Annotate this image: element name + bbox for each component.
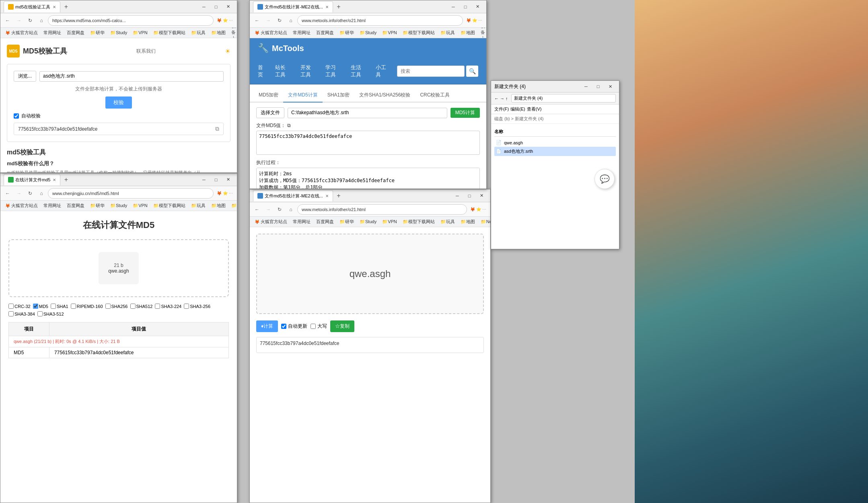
forward-btn-2[interactable]: → bbox=[263, 16, 273, 25]
cb-sha3-224[interactable]: SHA3-224 bbox=[155, 304, 181, 309]
cb-crc32[interactable]: CRC-32 bbox=[8, 304, 31, 309]
tab-file-sha1[interactable]: 文件SHA1/SHA256校验 bbox=[354, 88, 415, 103]
close-btn-1[interactable]: ✕ bbox=[222, 3, 234, 11]
drop-area-large[interactable]: qwe.asgh bbox=[256, 234, 484, 314]
bm3-common[interactable]: 常用网址 bbox=[41, 202, 64, 209]
bm4-baidu[interactable]: 百度网盘 bbox=[314, 218, 336, 226]
minimize-btn-3[interactable]: ─ bbox=[198, 176, 210, 184]
nav-dev[interactable]: 开发工具 bbox=[300, 62, 316, 80]
tab-crc[interactable]: CRC校验工具 bbox=[415, 88, 455, 103]
bm3-model[interactable]: 📁模型下载网站 bbox=[151, 202, 188, 209]
mctools-search-btn[interactable]: 🔍 bbox=[466, 66, 478, 77]
nav-home[interactable]: 首页 bbox=[258, 62, 265, 80]
menu-edit[interactable]: 编辑(E) bbox=[510, 106, 525, 112]
minimize-btn-4[interactable]: ─ bbox=[452, 192, 463, 200]
md5-calc-btn[interactable]: MD5计算 bbox=[450, 108, 480, 118]
url-input-2[interactable] bbox=[297, 15, 463, 26]
close-btn-4[interactable]: ✕ bbox=[476, 192, 487, 200]
contact-link[interactable]: 联系我们 bbox=[136, 48, 156, 55]
bm3-huhu[interactable]: 🦊火狐官方站点 bbox=[3, 202, 40, 209]
bm4-common[interactable]: 常用网址 bbox=[290, 218, 313, 226]
auto-check-checkbox[interactable] bbox=[14, 113, 19, 119]
bm-study[interactable]: 📁Study bbox=[108, 29, 130, 36]
bm-huhu[interactable]: 🦊火狐官方站点 bbox=[3, 29, 40, 37]
uppercase-checkbox[interactable] bbox=[311, 324, 316, 329]
home-btn-2[interactable]: ⌂ bbox=[286, 16, 296, 25]
forward-btn-3[interactable]: → bbox=[14, 189, 24, 198]
close-btn-2[interactable]: ✕ bbox=[472, 3, 483, 11]
minimize-btn-1[interactable]: ─ bbox=[198, 3, 210, 11]
back-btn-2[interactable]: ← bbox=[252, 16, 262, 25]
auto-update-checkbox[interactable] bbox=[281, 324, 286, 329]
menu-file[interactable]: 文件(F) bbox=[494, 106, 509, 112]
drop-zone[interactable]: 21 b qwe.asgh bbox=[8, 239, 229, 297]
home-btn-1[interactable]: ⌂ bbox=[37, 16, 46, 25]
new-tab-btn-1[interactable]: + bbox=[60, 1, 72, 12]
bm3-vpn[interactable]: 📁VPN bbox=[130, 202, 150, 209]
refresh-btn-3[interactable]: ↻ bbox=[25, 189, 35, 198]
new-tab-btn-2[interactable]: + bbox=[333, 1, 344, 12]
bm4-toys[interactable]: 📁玩具 bbox=[438, 218, 457, 226]
bm-model[interactable]: 📁模型下载网站 bbox=[151, 29, 188, 37]
tab-sha1-encrypt[interactable]: SHA1加密 bbox=[323, 88, 354, 103]
bm-toys[interactable]: 📁玩具 bbox=[189, 29, 208, 37]
refresh-btn-4[interactable]: ↻ bbox=[275, 205, 284, 214]
select-file-btn[interactable]: 选择文件 bbox=[256, 107, 284, 118]
file-path-input[interactable] bbox=[288, 108, 447, 118]
cb-md5[interactable]: MD5 bbox=[33, 304, 48, 309]
cb-ripemd[interactable]: RIPEMD-160 bbox=[71, 304, 103, 309]
file-item-qwe[interactable]: 📄 qwe.asgh bbox=[494, 138, 616, 147]
bm3-map[interactable]: 📁地图 bbox=[209, 202, 228, 209]
url-input-1[interactable] bbox=[48, 15, 214, 26]
tab-calc-md5[interactable]: 在线计算文件md5 ✕ bbox=[4, 174, 60, 185]
refresh-btn-1[interactable]: ↻ bbox=[25, 16, 35, 25]
explorer-maximize[interactable]: □ bbox=[592, 82, 604, 90]
bm-yanhua[interactable]: 📁研华 bbox=[88, 29, 107, 37]
copy-result-btn[interactable]: ☆复制 bbox=[330, 320, 354, 332]
bm3-yanhua[interactable]: 📁研华 bbox=[88, 202, 107, 209]
md5-result-textarea[interactable]: 775615fcc33b797a4dc0e51fdeefafce bbox=[256, 131, 480, 155]
bm4-news[interactable]: 📁News bbox=[478, 218, 490, 225]
nav-learn[interactable]: 学习工具 bbox=[325, 62, 341, 80]
maximize-btn-3[interactable]: □ bbox=[210, 176, 222, 184]
bm4-yanhua[interactable]: 📁研华 bbox=[337, 218, 356, 226]
nav-life[interactable]: 生活工具 bbox=[351, 62, 366, 80]
auto-update-label[interactable]: 自动更新 bbox=[281, 323, 307, 330]
bm2-vpn[interactable]: 📁VPN bbox=[380, 29, 399, 36]
explorer-minimize[interactable]: ─ bbox=[580, 82, 592, 90]
back-btn-3[interactable]: ← bbox=[3, 189, 12, 198]
forward-btn-1[interactable]: → bbox=[14, 16, 24, 25]
bm-common[interactable]: 常用网址 bbox=[41, 29, 64, 37]
bm2-map[interactable]: 📁地图 bbox=[458, 29, 477, 37]
verify-button[interactable]: 校验 bbox=[105, 96, 132, 109]
bm2-common[interactable]: 常用网址 bbox=[290, 29, 313, 37]
minimize-btn-2[interactable]: ─ bbox=[448, 3, 459, 11]
tab-file-md5[interactable]: 文件MD5计算 bbox=[283, 88, 322, 103]
tab-md5-checker[interactable]: md5在线验证工具 ✕ bbox=[4, 1, 60, 12]
maximize-btn-2[interactable]: □ bbox=[460, 3, 471, 11]
chat-bubble[interactable]: 💬 bbox=[594, 169, 615, 189]
tab-mctools[interactable]: 文件md5在线计算-ME2在线... ✕ bbox=[253, 1, 333, 12]
cb-sha256[interactable]: SHA256 bbox=[105, 304, 128, 309]
copy-md5-icon[interactable]: ⧉ bbox=[287, 123, 291, 128]
new-tab-btn-3[interactable]: + bbox=[60, 174, 72, 185]
tab-md5-encrypt[interactable]: MD5加密 bbox=[254, 88, 283, 103]
bm4-study[interactable]: 📁Study bbox=[357, 218, 379, 225]
bm4-huhu[interactable]: 🦊火狐官方站点 bbox=[252, 218, 290, 226]
browse-button[interactable]: 浏览... bbox=[14, 71, 36, 82]
cb-sha3-256[interactable]: SHA3-256 bbox=[184, 304, 210, 309]
home-btn-3[interactable]: ⌂ bbox=[37, 189, 46, 198]
cb-sha3-512[interactable]: SHA3-512 bbox=[37, 311, 64, 316]
menu-view[interactable]: 查看(V) bbox=[527, 106, 542, 112]
bm3-baidu[interactable]: 百度网盘 bbox=[64, 202, 87, 209]
new-tab-btn-4[interactable]: + bbox=[333, 190, 344, 201]
bm3-study[interactable]: 📁Study bbox=[108, 202, 130, 209]
cb-sha512[interactable]: SHA512 bbox=[130, 304, 153, 309]
maximize-btn-1[interactable]: □ bbox=[210, 3, 222, 11]
home-btn-4[interactable]: ⌂ bbox=[286, 205, 296, 214]
nav-misc[interactable]: 小工具 bbox=[376, 62, 387, 80]
bm2-toys[interactable]: 📁玩具 bbox=[438, 29, 457, 37]
explorer-close[interactable]: ✕ bbox=[605, 82, 616, 90]
tab-close-3[interactable]: ✕ bbox=[53, 178, 56, 182]
back-btn-1[interactable]: ← bbox=[3, 16, 12, 25]
